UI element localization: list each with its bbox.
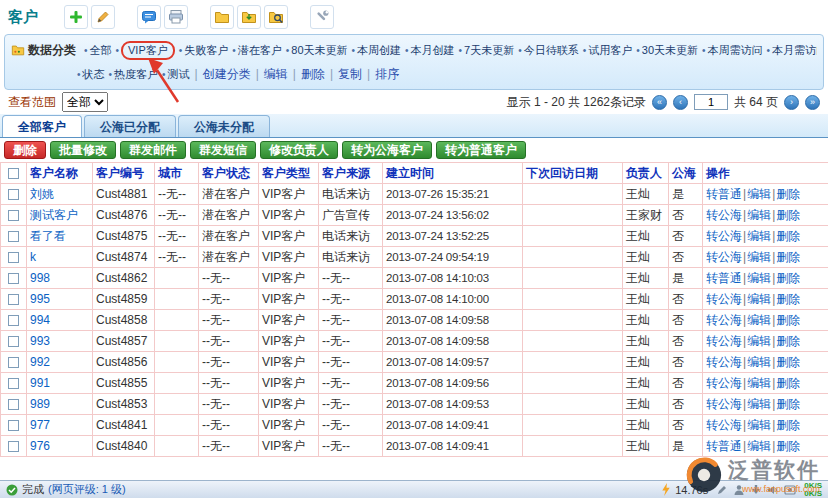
transfer-link[interactable]: 转公海 (706, 334, 742, 348)
customer-name-link[interactable]: 992 (30, 355, 50, 369)
export-button[interactable] (237, 5, 261, 29)
row-checkbox[interactable] (8, 189, 19, 200)
delete-link[interactable]: 删除 (776, 439, 800, 453)
category-link-7天未更新[interactable]: 7天未更新 (464, 43, 514, 58)
customer-name-link[interactable]: 989 (30, 397, 50, 411)
delete-link[interactable]: 删除 (776, 313, 800, 327)
row-checkbox[interactable] (8, 378, 19, 389)
category-link-80天未更新[interactable]: 80天未更新 (291, 43, 347, 58)
media-icon[interactable] (784, 484, 796, 496)
first-page-button[interactable]: « (652, 95, 667, 110)
customer-name-link[interactable]: 995 (30, 292, 50, 306)
column-header-客户名称[interactable]: 客户名称 (27, 163, 93, 184)
row-checkbox[interactable] (8, 441, 19, 452)
category-link-本月创建[interactable]: 本月创建 (411, 43, 455, 58)
bulk-action-转为公海客户[interactable]: 转为公海客户 (342, 141, 432, 159)
category-link-失败客户[interactable]: 失败客户 (184, 43, 228, 58)
customer-name-link[interactable]: 测试客户 (30, 208, 78, 222)
transfer-link[interactable]: 转公海 (706, 376, 742, 390)
edit-button[interactable] (91, 5, 115, 29)
transfer-link[interactable]: 转公海 (706, 250, 742, 264)
scope-select[interactable]: 全部 (62, 92, 108, 112)
category-action-排序[interactable]: 排序 (375, 66, 399, 83)
tab-pool-assigned[interactable]: 公海已分配 (84, 115, 176, 137)
column-header-负责人[interactable]: 负责人 (623, 163, 669, 184)
category-action-删除[interactable]: 删除 (301, 66, 325, 83)
category-action-创建分类[interactable]: 创建分类 (203, 66, 251, 83)
import-button[interactable] (210, 5, 234, 29)
category-link-本周需访问[interactable]: 本周需访问 (708, 43, 763, 58)
speaker-icon[interactable] (767, 484, 779, 496)
delete-link[interactable]: 删除 (776, 250, 800, 264)
page-rating-text[interactable]: (网页评级: 1 级) (48, 482, 126, 497)
delete-link[interactable]: 删除 (776, 418, 800, 432)
category-link-热度客户[interactable]: 热度客户 (114, 67, 158, 82)
search-folder-button[interactable] (264, 5, 288, 29)
row-checkbox[interactable] (8, 231, 19, 242)
category-link-测试[interactable]: 测试 (168, 67, 190, 82)
edit-link[interactable]: 编辑 (747, 334, 771, 348)
row-checkbox[interactable] (8, 294, 19, 305)
transfer-link[interactable]: 转公海 (706, 313, 742, 327)
edit-link[interactable]: 编辑 (747, 376, 771, 390)
delete-link[interactable]: 删除 (776, 376, 800, 390)
category-link-30天未更新[interactable]: 30天未更新 (642, 43, 698, 58)
category-link-今日待联系[interactable]: 今日待联系 (524, 43, 579, 58)
bulk-action-批量修改[interactable]: 批量修改 (50, 141, 116, 159)
last-page-button[interactable]: » (805, 95, 820, 110)
column-header-公海[interactable]: 公海 (669, 163, 703, 184)
column-header-客户编号[interactable]: 客户编号 (93, 163, 155, 184)
prev-page-button[interactable]: ‹ (673, 95, 688, 110)
edit-link[interactable]: 编辑 (747, 439, 771, 453)
delete-link[interactable]: 删除 (776, 229, 800, 243)
tab-all-customers[interactable]: 全部客户 (2, 115, 82, 137)
bulk-action-修改负责人[interactable]: 修改负责人 (260, 141, 338, 159)
customer-name-link[interactable]: 998 (30, 271, 50, 285)
customer-name-link[interactable]: 977 (30, 418, 50, 432)
delete-link[interactable]: 删除 (776, 187, 800, 201)
bulk-action-删除[interactable]: 删除 (4, 141, 46, 159)
row-checkbox[interactable] (8, 252, 19, 263)
customer-name-link[interactable]: 976 (30, 439, 50, 453)
category-link-状态[interactable]: 状态 (83, 67, 105, 82)
column-header-客户来源[interactable]: 客户来源 (319, 163, 383, 184)
edit-link[interactable]: 编辑 (747, 250, 771, 264)
transfer-link[interactable]: 转公海 (706, 355, 742, 369)
bulk-action-群发短信[interactable]: 群发短信 (190, 141, 256, 159)
category-link-VIP客户[interactable]: VIP客户 (121, 41, 175, 60)
customer-name-link[interactable]: 刘姚 (30, 187, 54, 201)
category-link-潜在客户[interactable]: 潜在客户 (238, 43, 282, 58)
edit-icon[interactable] (716, 484, 728, 496)
delete-link[interactable]: 删除 (776, 334, 800, 348)
edit-link[interactable]: 编辑 (747, 292, 771, 306)
row-checkbox[interactable] (8, 357, 19, 368)
print-button[interactable] (164, 5, 188, 29)
transfer-link[interactable]: 转普通 (706, 187, 742, 201)
bulk-action-转为普通客户[interactable]: 转为普通客户 (436, 141, 526, 159)
category-action-复制[interactable]: 复制 (338, 66, 362, 83)
customer-name-link[interactable]: 看了看 (30, 229, 66, 243)
edit-link[interactable]: 编辑 (747, 313, 771, 327)
transfer-link[interactable]: 转普通 (706, 439, 742, 453)
delete-link[interactable]: 删除 (776, 355, 800, 369)
edit-link[interactable]: 编辑 (747, 397, 771, 411)
select-all-checkbox[interactable] (8, 168, 19, 179)
transfer-link[interactable]: 转公海 (706, 397, 742, 411)
category-link-本周创建[interactable]: 本周创建 (357, 43, 401, 58)
category-link-全部[interactable]: 全部 (90, 43, 112, 58)
add-button[interactable] (64, 5, 88, 29)
transfer-link[interactable]: 转公海 (706, 229, 742, 243)
delete-link[interactable]: 删除 (776, 292, 800, 306)
customer-name-link[interactable]: 993 (30, 334, 50, 348)
transfer-link[interactable]: 转公海 (706, 418, 742, 432)
tab-pool-unassigned[interactable]: 公海未分配 (178, 115, 270, 137)
category-link-试用客户[interactable]: 试用客户 (588, 43, 632, 58)
edit-link[interactable]: 编辑 (747, 229, 771, 243)
transfer-link[interactable]: 转公海 (706, 292, 742, 306)
column-header-建立时间[interactable]: 建立时间 (383, 163, 523, 184)
category-link-本月需访问[interactable]: 本月需访问 (772, 43, 817, 58)
transfer-link[interactable]: 转公海 (706, 208, 742, 222)
page-number-input[interactable] (694, 94, 728, 110)
edit-link[interactable]: 编辑 (747, 355, 771, 369)
row-checkbox[interactable] (8, 273, 19, 284)
